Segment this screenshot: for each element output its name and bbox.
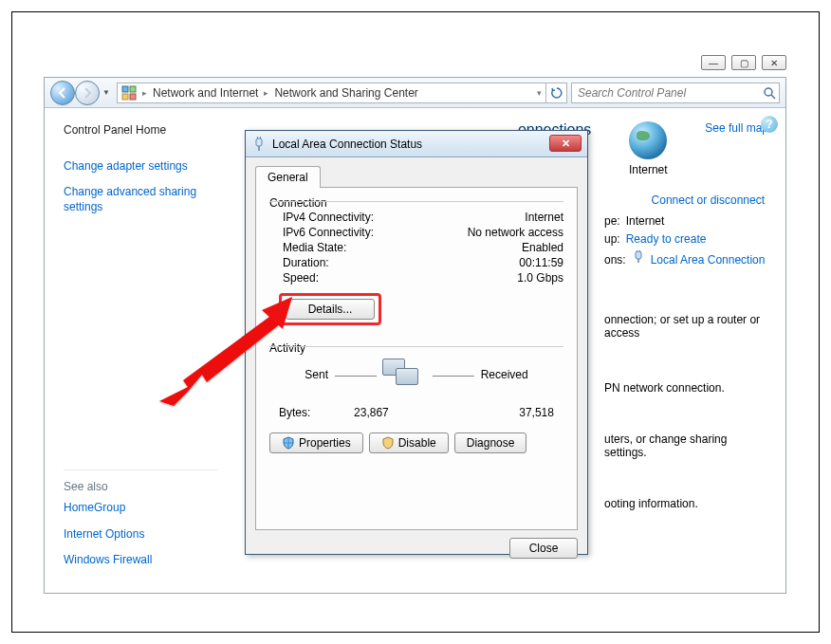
search-input[interactable] [572, 86, 760, 100]
shield-icon [282, 436, 295, 450]
nav-back-button[interactable] [50, 81, 75, 105]
disable-button[interactable]: Disable [369, 432, 449, 453]
svg-rect-6 [636, 251, 641, 259]
connection-icon [632, 250, 645, 264]
bytes-received-value: 37,518 [519, 406, 554, 419]
shield-icon [381, 436, 395, 450]
activity-icon [382, 359, 426, 393]
svg-line-5 [771, 95, 775, 99]
access-type-label: pe: [604, 214, 620, 228]
sent-label: Sent [305, 368, 328, 381]
see-full-map-link[interactable]: See full map [705, 121, 768, 135]
breadcrumb-dropdown-icon[interactable]: ▾ [535, 88, 545, 98]
breadcrumb-sep-icon: ▸ [140, 88, 149, 98]
dialog-title-bar[interactable]: Local Area Connection Status ✕ [246, 131, 587, 157]
homegroup-label: up: [604, 232, 620, 246]
see-also-label: See also [64, 480, 217, 493]
ipv6-label: IPv6 Connectivity: [283, 226, 374, 239]
media-state-value: Enabled [522, 241, 563, 254]
duration-value: 00:11:59 [519, 256, 563, 269]
media-state-label: Media State: [283, 241, 346, 254]
control-panel-home-link[interactable]: Control Panel Home [64, 123, 217, 138]
svg-rect-3 [130, 94, 136, 100]
breadcrumb-item[interactable]: Network and Sharing Center [270, 86, 421, 100]
svg-rect-0 [122, 86, 128, 92]
access-type-value: Internet [626, 214, 665, 228]
speed-value: 1.0 Gbps [517, 271, 563, 285]
bytes-label: Bytes: [279, 406, 310, 419]
received-label: Received [481, 368, 528, 381]
nav-history-dropdown[interactable]: ▼ [100, 81, 113, 105]
speed-label: Speed: [283, 271, 319, 285]
breadcrumb-bar[interactable]: ▸ Network and Internet ▸ Network and Sha… [117, 83, 567, 103]
homegroup-value-link[interactable]: Ready to create [626, 232, 707, 246]
breadcrumb-sep-icon: ▸ [262, 88, 270, 98]
refresh-button[interactable] [545, 83, 566, 103]
window-close-button[interactable]: ✕ [762, 55, 786, 70]
connect-disconnect-link[interactable]: Connect or disconnect [652, 193, 765, 207]
diagnose-button[interactable]: Diagnose [454, 432, 527, 453]
svg-point-4 [765, 88, 772, 96]
help-icon[interactable]: ? [761, 116, 778, 133]
left-nav-pane: Control Panel Home Change adapter settin… [45, 108, 227, 593]
bytes-sent-value: 23,867 [354, 406, 389, 419]
windows-firewall-link[interactable]: Windows Firewall [64, 553, 152, 566]
maximize-button[interactable]: ▢ [731, 55, 756, 70]
general-tab-panel: Connection IPv4 Connectivity:Internet IP… [255, 187, 578, 530]
globe-icon [629, 121, 667, 159]
minimize-button[interactable]: — [701, 55, 726, 70]
address-bar: ▼ ▸ Network and Internet ▸ Network and S… [45, 78, 785, 108]
svg-rect-1 [130, 86, 136, 92]
ipv6-value: No network access [468, 226, 563, 239]
search-icon[interactable] [760, 86, 779, 100]
internet-options-link[interactable]: Internet Options [64, 527, 144, 541]
internet-node: Internet [610, 121, 686, 176]
svg-rect-10 [256, 138, 262, 146]
dialog-close-button[interactable]: ✕ [549, 135, 582, 152]
svg-rect-2 [122, 94, 128, 100]
ipv4-label: IPv4 Connectivity: [283, 211, 374, 224]
close-button[interactable]: Close [509, 538, 578, 559]
breadcrumb-item[interactable]: Network and Internet [149, 86, 262, 100]
properties-button[interactable]: Properties [269, 432, 363, 453]
connection-status-dialog: Local Area Connection Status ✕ General C… [245, 130, 588, 555]
homegroup-link[interactable]: HomeGroup [64, 501, 125, 514]
change-adapter-settings-link[interactable]: Change adapter settings [64, 159, 188, 173]
details-button[interactable]: Details... [286, 299, 375, 320]
change-advanced-sharing-link[interactable]: Change advanced sharing settings [64, 185, 196, 213]
search-box[interactable] [571, 83, 780, 103]
duration-label: Duration: [283, 256, 329, 269]
local-area-connection-link[interactable]: Local Area Connection [651, 253, 766, 267]
nav-forward-button[interactable] [75, 81, 100, 105]
connections-label: ons: [604, 253, 626, 267]
control-panel-icon [120, 83, 138, 102]
connection-icon [251, 137, 267, 152]
internet-label: Internet [610, 163, 686, 176]
ipv4-value: Internet [525, 211, 563, 224]
general-tab[interactable]: General [255, 166, 321, 188]
dialog-title: Local Area Connection Status [272, 138, 422, 151]
